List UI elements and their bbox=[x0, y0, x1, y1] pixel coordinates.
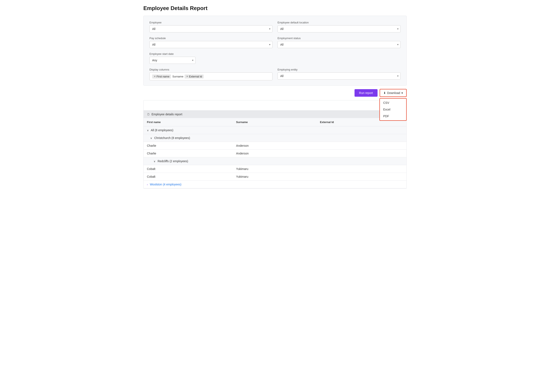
group-all[interactable]: ∨ All (8 employees) bbox=[144, 126, 406, 134]
table-row: Cobalt Yukimaru bbox=[144, 173, 406, 181]
chevron-down-all-icon: ∨ bbox=[147, 129, 149, 132]
employee-default-location-label: Employee default location bbox=[278, 21, 401, 24]
pay-schedule-select[interactable]: All bbox=[149, 41, 272, 48]
employing-entity-select[interactable]: All bbox=[278, 72, 401, 79]
employment-status-select-wrapper: All bbox=[278, 41, 401, 48]
employment-status-select[interactable]: All bbox=[278, 41, 401, 48]
run-report-button[interactable]: Run report bbox=[355, 89, 377, 97]
filter-row-3: Employee start date Any bbox=[149, 52, 401, 64]
chevron-right-woolston-icon: › bbox=[147, 183, 148, 186]
download-excel[interactable]: Excel bbox=[380, 106, 406, 113]
table-toolbar: ⇌ Filter › bbox=[144, 100, 406, 111]
group-christchurch-label: Christchurch (8 employees) bbox=[154, 136, 190, 140]
cell-external-id bbox=[317, 142, 406, 150]
filter-panel: Employee All Employee default location A… bbox=[143, 16, 407, 86]
cell-surname: Anderson bbox=[233, 142, 317, 150]
woolston-link[interactable]: Woolston (4 employees) bbox=[150, 183, 181, 186]
group-redcliffs-label: Redcliffs (2 employees) bbox=[158, 160, 188, 163]
group-christchurch[interactable]: ∨ Christchurch (8 employees) bbox=[144, 134, 406, 142]
filter-row-2: Pay schedule All Employment status All bbox=[149, 37, 401, 48]
data-table: First name Surname External Id ∨ All (8 … bbox=[144, 118, 406, 188]
cell-first-name: Charlie bbox=[144, 150, 233, 157]
employee-default-location-select[interactable]: All bbox=[278, 25, 401, 32]
cell-first-name: Cobalt bbox=[144, 173, 233, 181]
page-title: Employee Details Report bbox=[143, 5, 407, 12]
tag-external-id[interactable]: ✕ External Id bbox=[185, 75, 204, 78]
download-label: Download bbox=[387, 91, 400, 95]
cell-surname: Yukimaru bbox=[233, 165, 317, 173]
employee-start-date-select-wrapper: Any bbox=[149, 57, 195, 64]
group-woolston[interactable]: › Woolston (4 employees) bbox=[144, 181, 406, 188]
table-row: Cobalt Yukimaru bbox=[144, 165, 406, 173]
pay-schedule-label: Pay schedule bbox=[149, 37, 272, 40]
cell-external-id bbox=[317, 173, 406, 181]
cell-first-name: Cobalt bbox=[144, 165, 233, 173]
employee-label: Employee bbox=[149, 21, 272, 24]
employee-start-date-select[interactable]: Any bbox=[149, 57, 195, 64]
tag-first-name[interactable]: ✕ First name bbox=[152, 75, 171, 78]
employee-select[interactable]: All bbox=[149, 25, 272, 32]
employee-default-location-select-wrapper: All bbox=[278, 25, 401, 32]
pay-schedule-select-wrapper: All bbox=[149, 41, 272, 48]
employing-entity-group: Employing entity All bbox=[278, 68, 401, 80]
chevron-down-redcliffs-icon: ∨ bbox=[154, 160, 155, 163]
employing-entity-select-wrapper: All bbox=[278, 72, 401, 79]
download-pdf[interactable]: PDF bbox=[380, 113, 406, 119]
employee-default-location-group: Employee default location All bbox=[278, 21, 401, 32]
col-surname: Surname bbox=[233, 118, 317, 126]
employing-entity-label: Employing entity bbox=[278, 68, 401, 71]
download-chevron-icon: ▾ bbox=[401, 91, 403, 95]
download-dropdown: CSV Excel PDF bbox=[379, 98, 407, 121]
group-all-label: All (8 employees) bbox=[151, 128, 173, 132]
cell-external-id bbox=[317, 150, 406, 157]
cell-first-name: Charlie bbox=[144, 142, 233, 150]
cell-external-id bbox=[317, 165, 406, 173]
employment-status-label: Employment status bbox=[278, 37, 401, 40]
display-columns-label: Display columns bbox=[149, 68, 272, 71]
filter-row-4: Display columns ✕ First name Surname ✕ E… bbox=[149, 68, 401, 80]
document-icon: 🗋 bbox=[147, 112, 150, 116]
pay-schedule-group: Pay schedule All bbox=[149, 37, 272, 48]
table-section: ⇌ Filter › 🗋 Employee details report Fir… bbox=[143, 100, 407, 189]
display-columns-group: Display columns ✕ First name Surname ✕ E… bbox=[149, 68, 272, 80]
employment-status-group: Employment status All bbox=[278, 37, 401, 48]
filter-row-1: Employee All Employee default location A… bbox=[149, 21, 401, 32]
chevron-down-christchurch-icon: ∨ bbox=[150, 137, 152, 140]
display-columns-input[interactable]: ✕ First name Surname ✕ External Id bbox=[149, 72, 272, 80]
tag-first-name-label: First name bbox=[157, 75, 169, 78]
remove-external-id-icon[interactable]: ✕ bbox=[186, 75, 188, 78]
table-row: Charlie Anderson bbox=[144, 150, 406, 157]
remove-first-name-icon[interactable]: ✕ bbox=[154, 75, 156, 78]
tag-surname: Surname bbox=[172, 75, 183, 78]
download-button-wrapper: ⬇ Download ▾ CSV Excel PDF bbox=[380, 89, 407, 97]
employee-filter-group: Employee All bbox=[149, 21, 272, 32]
download-csv[interactable]: CSV bbox=[380, 99, 406, 106]
employee-start-date-group: Employee start date Any bbox=[149, 52, 195, 64]
col-first-name: First name bbox=[144, 118, 233, 126]
action-row: Run report ⬇ Download ▾ CSV Excel PDF bbox=[143, 89, 407, 97]
employee-start-date-label: Employee start date bbox=[149, 52, 195, 56]
download-icon: ⬇ bbox=[383, 91, 386, 95]
table-row: Charlie Anderson bbox=[144, 142, 406, 150]
employee-select-wrapper: All bbox=[149, 25, 272, 32]
download-button[interactable]: ⬇ Download ▾ bbox=[380, 89, 407, 97]
report-header-bar: 🗋 Employee details report bbox=[144, 111, 406, 118]
cell-surname: Anderson bbox=[233, 150, 317, 157]
cell-surname: Yukimaru bbox=[233, 173, 317, 181]
table-header-row: First name Surname External Id bbox=[144, 118, 406, 126]
report-title: Employee details report bbox=[152, 112, 182, 116]
group-redcliffs[interactable]: ∨ Redcliffs (2 employees) bbox=[144, 157, 406, 165]
tag-external-id-label: External Id bbox=[189, 75, 202, 78]
